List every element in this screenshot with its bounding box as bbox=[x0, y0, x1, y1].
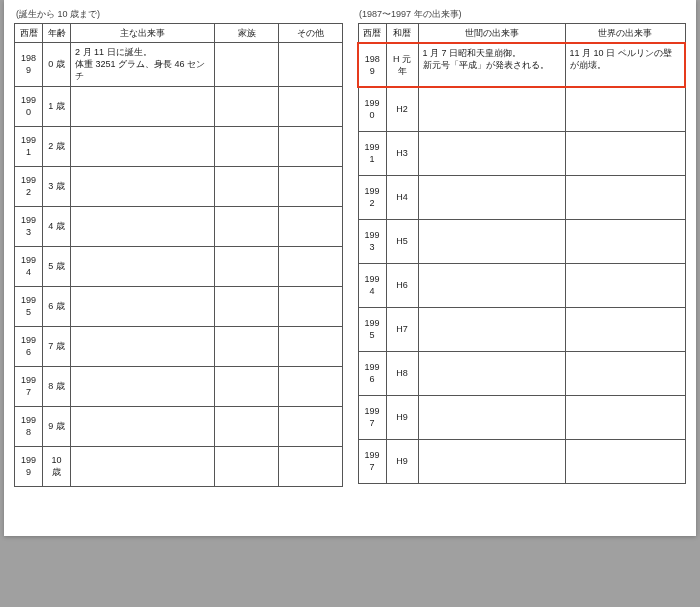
right-cell-world bbox=[565, 263, 685, 307]
table-row: 19912 歳 bbox=[15, 126, 343, 166]
right-cell-world bbox=[565, 395, 685, 439]
right-cell-era: H6 bbox=[386, 263, 418, 307]
right-cell-society bbox=[418, 351, 565, 395]
left-cell-family bbox=[215, 206, 279, 246]
table-row: 1996H8 bbox=[358, 351, 685, 395]
left-cell-age: 2 歳 bbox=[43, 126, 71, 166]
right-cell-year: 1995 bbox=[358, 307, 386, 351]
right-cell-world bbox=[565, 131, 685, 175]
left-cell-family bbox=[215, 366, 279, 406]
left-cell-family bbox=[215, 126, 279, 166]
right-cell-society: 1 月 7 日昭和天皇崩御。新元号「平成」が発表される。 bbox=[418, 43, 565, 87]
left-h-age: 年齢 bbox=[43, 24, 71, 43]
left-h-family: 家族 bbox=[215, 24, 279, 43]
left-cell-family bbox=[215, 43, 279, 86]
left-cell-year: 1989 bbox=[15, 43, 43, 86]
left-cell-year: 1994 bbox=[15, 246, 43, 286]
right-cell-year: 1990 bbox=[358, 87, 386, 131]
right-cell-society bbox=[418, 263, 565, 307]
left-cell-other bbox=[279, 206, 343, 246]
right-table: 西暦 和暦 世間の出来事 世界の出来事 1989H 元年1 月 7 日昭和天皇崩… bbox=[357, 23, 686, 484]
left-cell-other bbox=[279, 406, 343, 446]
left-h-events: 主な出来事 bbox=[71, 24, 215, 43]
left-cell-events bbox=[71, 286, 215, 326]
left-cell-events bbox=[71, 366, 215, 406]
table-row: 1990H2 bbox=[358, 87, 685, 131]
right-cell-era: H7 bbox=[386, 307, 418, 351]
right-h-era: 和暦 bbox=[386, 24, 418, 44]
left-cell-events bbox=[71, 126, 215, 166]
left-cell-events bbox=[71, 206, 215, 246]
table-row: 19945 歳 bbox=[15, 246, 343, 286]
left-cell-other bbox=[279, 86, 343, 126]
table-row: 1989H 元年1 月 7 日昭和天皇崩御。新元号「平成」が発表される。11 月… bbox=[358, 43, 685, 87]
page: (誕生から 10 歳まで) 西暦 年齢 主な出来事 家族 その他 19890 歳… bbox=[4, 0, 696, 536]
left-cell-age: 4 歳 bbox=[43, 206, 71, 246]
left-cell-year: 1998 bbox=[15, 406, 43, 446]
left-cell-age: 1 歳 bbox=[43, 86, 71, 126]
table-row: 1997H9 bbox=[358, 395, 685, 439]
right-cell-society bbox=[418, 395, 565, 439]
left-cell-other bbox=[279, 446, 343, 486]
right-header-row: 西暦 和暦 世間の出来事 世界の出来事 bbox=[358, 24, 685, 44]
right-cell-year: 1996 bbox=[358, 351, 386, 395]
table-row: 1997H9 bbox=[358, 439, 685, 483]
table-row: 19890 歳2 月 11 日に誕生。体重 3251 グラム、身長 46 センチ bbox=[15, 43, 343, 86]
right-cell-year: 1989 bbox=[358, 43, 386, 87]
left-cell-age: 7 歳 bbox=[43, 326, 71, 366]
left-cell-other bbox=[279, 366, 343, 406]
right-cell-world bbox=[565, 439, 685, 483]
left-cell-year: 1990 bbox=[15, 86, 43, 126]
right-cell-year: 1997 bbox=[358, 439, 386, 483]
left-cell-age: 0 歳 bbox=[43, 43, 71, 86]
left-cell-events bbox=[71, 166, 215, 206]
left-cell-other bbox=[279, 43, 343, 86]
right-cell-society bbox=[418, 175, 565, 219]
right-cell-world bbox=[565, 219, 685, 263]
right-cell-era: H5 bbox=[386, 219, 418, 263]
table-row: 19901 歳 bbox=[15, 86, 343, 126]
right-column: (1987〜1997 年の出来事) 西暦 和暦 世間の出来事 世界の出来事 19… bbox=[357, 8, 686, 487]
left-cell-year: 1991 bbox=[15, 126, 43, 166]
table-row: 1993H5 bbox=[358, 219, 685, 263]
left-cell-family bbox=[215, 326, 279, 366]
left-cell-family bbox=[215, 166, 279, 206]
right-cell-world bbox=[565, 307, 685, 351]
left-cell-age: 5 歳 bbox=[43, 246, 71, 286]
right-h-society: 世間の出来事 bbox=[418, 24, 565, 44]
left-cell-other bbox=[279, 166, 343, 206]
left-header-row: 西暦 年齢 主な出来事 家族 その他 bbox=[15, 24, 343, 43]
right-cell-year: 1991 bbox=[358, 131, 386, 175]
right-cell-year: 1992 bbox=[358, 175, 386, 219]
left-cell-year: 1996 bbox=[15, 326, 43, 366]
right-cell-year: 1994 bbox=[358, 263, 386, 307]
columns-wrapper: (誕生から 10 歳まで) 西暦 年齢 主な出来事 家族 その他 19890 歳… bbox=[14, 8, 686, 487]
right-cell-society bbox=[418, 307, 565, 351]
right-cell-era: H8 bbox=[386, 351, 418, 395]
left-cell-year: 1992 bbox=[15, 166, 43, 206]
left-cell-events: 2 月 11 日に誕生。体重 3251 グラム、身長 46 センチ bbox=[71, 43, 215, 86]
right-cell-society bbox=[418, 219, 565, 263]
right-cell-world: 11 月 10 日 ベルリンの壁が崩壊。 bbox=[565, 43, 685, 87]
right-h-world: 世界の出来事 bbox=[565, 24, 685, 44]
right-cell-year: 1993 bbox=[358, 219, 386, 263]
right-cell-world bbox=[565, 87, 685, 131]
left-cell-family bbox=[215, 406, 279, 446]
right-cell-society bbox=[418, 131, 565, 175]
left-cell-age: 10 歳 bbox=[43, 446, 71, 486]
table-row: 1994H6 bbox=[358, 263, 685, 307]
right-cell-era: H9 bbox=[386, 439, 418, 483]
table-row: 1992H4 bbox=[358, 175, 685, 219]
table-row: 19934 歳 bbox=[15, 206, 343, 246]
right-cell-year: 1997 bbox=[358, 395, 386, 439]
left-cell-year: 1995 bbox=[15, 286, 43, 326]
left-cell-other bbox=[279, 246, 343, 286]
table-row: 1991H3 bbox=[358, 131, 685, 175]
right-caption: (1987〜1997 年の出来事) bbox=[359, 8, 686, 21]
left-cell-age: 9 歳 bbox=[43, 406, 71, 446]
left-cell-family bbox=[215, 446, 279, 486]
left-cell-other bbox=[279, 126, 343, 166]
left-caption: (誕生から 10 歳まで) bbox=[16, 8, 343, 21]
left-cell-year: 1999 bbox=[15, 446, 43, 486]
left-cell-other bbox=[279, 326, 343, 366]
